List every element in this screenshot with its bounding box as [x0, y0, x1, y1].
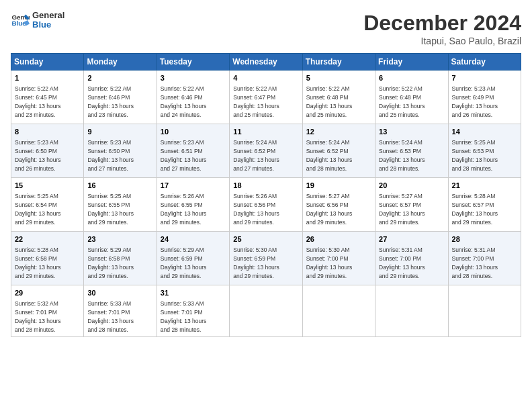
- day-info: Sunrise: 5:31 AM Sunset: 7:00 PM Dayligh…: [379, 246, 444, 280]
- table-row: 15Sunrise: 5:25 AM Sunset: 6:54 PM Dayli…: [11, 178, 84, 232]
- day-number: 11: [233, 127, 298, 137]
- table-row: 18Sunrise: 5:26 AM Sunset: 6:56 PM Dayli…: [230, 178, 302, 232]
- day-info: Sunrise: 5:23 AM Sunset: 6:50 PM Dayligh…: [87, 138, 152, 173]
- day-info: Sunrise: 5:22 AM Sunset: 6:47 PM Dayligh…: [233, 85, 298, 119]
- table-row: 23Sunrise: 5:29 AM Sunset: 6:58 PM Dayli…: [84, 232, 157, 285]
- table-row: 19Sunrise: 5:27 AM Sunset: 6:56 PM Dayli…: [302, 178, 375, 232]
- day-info: Sunrise: 5:22 AM Sunset: 6:45 PM Dayligh…: [15, 85, 80, 119]
- col-saturday: Saturday: [448, 54, 521, 71]
- day-number: 18: [233, 181, 298, 191]
- calendar-header-row: Sunday Monday Tuesday Wednesday Thursday…: [11, 54, 521, 71]
- table-row: 16Sunrise: 5:25 AM Sunset: 6:55 PM Dayli…: [84, 178, 157, 232]
- day-info: Sunrise: 5:23 AM Sunset: 6:49 PM Dayligh…: [452, 85, 517, 119]
- day-info: Sunrise: 5:23 AM Sunset: 6:51 PM Dayligh…: [161, 138, 226, 173]
- logo: General Blue General Blue: [11, 11, 64, 30]
- day-info: Sunrise: 5:22 AM Sunset: 6:48 PM Dayligh…: [379, 85, 444, 119]
- table-row: 11Sunrise: 5:24 AM Sunset: 6:52 PM Dayli…: [230, 124, 302, 178]
- calendar-week-row: 22Sunrise: 5:28 AM Sunset: 6:58 PM Dayli…: [11, 232, 521, 285]
- day-number: 6: [379, 73, 444, 83]
- day-number: 16: [87, 181, 152, 191]
- day-number: 24: [161, 234, 226, 244]
- table-row: 22Sunrise: 5:28 AM Sunset: 6:58 PM Dayli…: [11, 232, 84, 285]
- day-number: 8: [15, 127, 80, 137]
- day-info: Sunrise: 5:29 AM Sunset: 6:59 PM Dayligh…: [161, 246, 226, 280]
- table-row: 31Sunrise: 5:33 AM Sunset: 7:01 PM Dayli…: [157, 285, 229, 337]
- table-row: 5Sunrise: 5:22 AM Sunset: 6:48 PM Daylig…: [302, 71, 375, 124]
- calendar-week-row: 8Sunrise: 5:23 AM Sunset: 6:50 PM Daylig…: [11, 124, 521, 178]
- table-row: 13Sunrise: 5:24 AM Sunset: 6:53 PM Dayli…: [375, 124, 448, 178]
- day-info: Sunrise: 5:26 AM Sunset: 6:56 PM Dayligh…: [233, 192, 298, 226]
- day-info: Sunrise: 5:29 AM Sunset: 6:58 PM Dayligh…: [87, 246, 152, 280]
- day-number: 7: [452, 73, 517, 83]
- header: General Blue General Blue December 2024 …: [11, 11, 521, 46]
- table-row: [230, 285, 302, 337]
- day-info: Sunrise: 5:27 AM Sunset: 6:57 PM Dayligh…: [379, 192, 444, 226]
- day-number: 14: [452, 127, 517, 137]
- table-row: 27Sunrise: 5:31 AM Sunset: 7:00 PM Dayli…: [375, 232, 448, 285]
- day-info: Sunrise: 5:27 AM Sunset: 6:56 PM Dayligh…: [306, 192, 371, 226]
- table-row: 21Sunrise: 5:28 AM Sunset: 6:57 PM Dayli…: [448, 178, 521, 232]
- table-row: 24Sunrise: 5:29 AM Sunset: 6:59 PM Dayli…: [157, 232, 229, 285]
- table-row: [302, 285, 375, 337]
- day-info: Sunrise: 5:22 AM Sunset: 6:46 PM Dayligh…: [161, 85, 226, 119]
- day-number: 29: [15, 288, 80, 298]
- day-number: 22: [15, 234, 80, 244]
- table-row: 2Sunrise: 5:22 AM Sunset: 6:46 PM Daylig…: [84, 71, 157, 124]
- day-number: 28: [452, 234, 517, 244]
- day-info: Sunrise: 5:23 AM Sunset: 6:50 PM Dayligh…: [15, 138, 80, 173]
- table-row: 6Sunrise: 5:22 AM Sunset: 6:48 PM Daylig…: [375, 71, 448, 124]
- table-row: 3Sunrise: 5:22 AM Sunset: 6:46 PM Daylig…: [157, 71, 229, 124]
- table-row: 7Sunrise: 5:23 AM Sunset: 6:49 PM Daylig…: [448, 71, 521, 124]
- day-number: 13: [379, 127, 444, 137]
- calendar-week-row: 29Sunrise: 5:32 AM Sunset: 7:01 PM Dayli…: [11, 285, 521, 337]
- calendar-table: Sunday Monday Tuesday Wednesday Thursday…: [11, 53, 521, 337]
- col-tuesday: Tuesday: [157, 54, 229, 71]
- day-number: 30: [87, 288, 152, 298]
- table-row: [448, 285, 521, 337]
- table-row: 20Sunrise: 5:27 AM Sunset: 6:57 PM Dayli…: [375, 178, 448, 232]
- calendar-week-row: 15Sunrise: 5:25 AM Sunset: 6:54 PM Dayli…: [11, 178, 521, 232]
- day-info: Sunrise: 5:33 AM Sunset: 7:01 PM Dayligh…: [87, 300, 152, 334]
- svg-text:Blue: Blue: [11, 20, 26, 28]
- table-row: 10Sunrise: 5:23 AM Sunset: 6:51 PM Dayli…: [157, 124, 229, 178]
- day-number: 17: [161, 181, 226, 191]
- day-info: Sunrise: 5:22 AM Sunset: 6:48 PM Dayligh…: [306, 85, 371, 119]
- day-number: 3: [161, 73, 226, 83]
- table-row: 1Sunrise: 5:22 AM Sunset: 6:45 PM Daylig…: [11, 71, 84, 124]
- day-info: Sunrise: 5:24 AM Sunset: 6:52 PM Dayligh…: [306, 138, 371, 173]
- page: General Blue General Blue December 2024 …: [0, 0, 532, 411]
- day-info: Sunrise: 5:33 AM Sunset: 7:01 PM Dayligh…: [161, 300, 226, 334]
- day-number: 9: [87, 127, 152, 137]
- table-row: 12Sunrise: 5:24 AM Sunset: 6:52 PM Dayli…: [302, 124, 375, 178]
- calendar-week-row: 1Sunrise: 5:22 AM Sunset: 6:45 PM Daylig…: [11, 71, 521, 124]
- day-number: 4: [233, 73, 298, 83]
- day-number: 12: [306, 127, 371, 137]
- col-wednesday: Wednesday: [230, 54, 302, 71]
- table-row: 28Sunrise: 5:31 AM Sunset: 7:00 PM Dayli…: [448, 232, 521, 285]
- day-number: 31: [161, 288, 226, 298]
- day-info: Sunrise: 5:25 AM Sunset: 6:53 PM Dayligh…: [452, 138, 517, 173]
- table-row: 14Sunrise: 5:25 AM Sunset: 6:53 PM Dayli…: [448, 124, 521, 178]
- day-info: Sunrise: 5:26 AM Sunset: 6:55 PM Dayligh…: [161, 192, 226, 226]
- day-info: Sunrise: 5:28 AM Sunset: 6:57 PM Dayligh…: [452, 192, 517, 226]
- day-number: 2: [87, 73, 152, 83]
- day-info: Sunrise: 5:30 AM Sunset: 6:59 PM Dayligh…: [233, 246, 298, 280]
- day-info: Sunrise: 5:31 AM Sunset: 7:00 PM Dayligh…: [452, 246, 517, 280]
- day-info: Sunrise: 5:32 AM Sunset: 7:01 PM Dayligh…: [15, 300, 80, 334]
- day-number: 27: [379, 234, 444, 244]
- day-info: Sunrise: 5:22 AM Sunset: 6:46 PM Dayligh…: [87, 85, 152, 119]
- logo-icon: General Blue: [11, 11, 30, 30]
- day-info: Sunrise: 5:28 AM Sunset: 6:58 PM Dayligh…: [15, 246, 80, 280]
- col-friday: Friday: [375, 54, 448, 71]
- table-row: 29Sunrise: 5:32 AM Sunset: 7:01 PM Dayli…: [11, 285, 84, 337]
- day-info: Sunrise: 5:25 AM Sunset: 6:55 PM Dayligh…: [87, 192, 152, 226]
- day-number: 5: [306, 73, 371, 83]
- day-number: 23: [87, 234, 152, 244]
- day-info: Sunrise: 5:25 AM Sunset: 6:54 PM Dayligh…: [15, 192, 80, 226]
- title-block: December 2024 Itapui, Sao Paulo, Brazil: [363, 11, 521, 46]
- day-number: 1: [15, 73, 80, 83]
- table-row: 17Sunrise: 5:26 AM Sunset: 6:55 PM Dayli…: [157, 178, 229, 232]
- logo-line1: General: [32, 11, 64, 20]
- day-info: Sunrise: 5:30 AM Sunset: 7:00 PM Dayligh…: [306, 246, 371, 280]
- location: Itapui, Sao Paulo, Brazil: [363, 36, 521, 46]
